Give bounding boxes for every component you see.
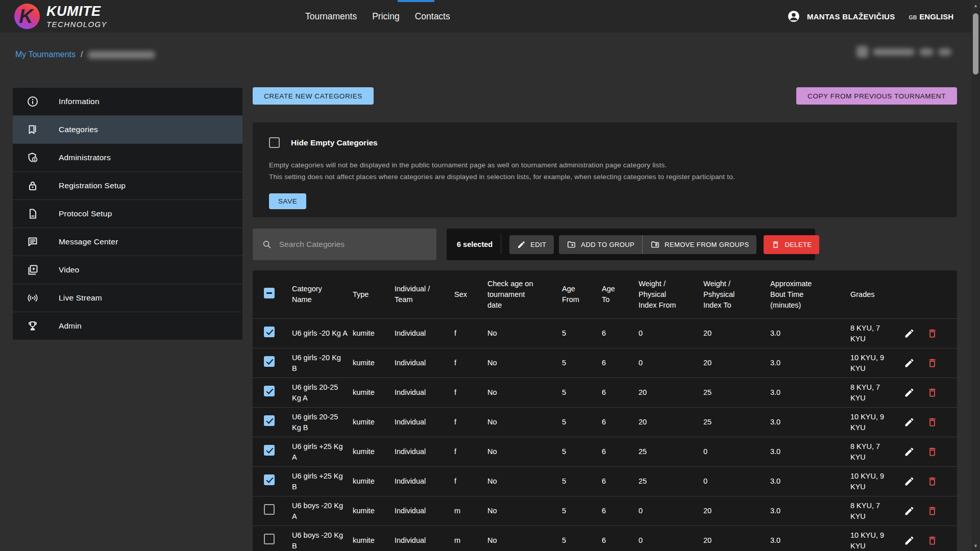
sidebar-item-protocol-setup[interactable]: Protocol Setup bbox=[13, 200, 242, 228]
delete-row-button[interactable] bbox=[927, 535, 938, 546]
breadcrumb-separator: / bbox=[81, 50, 83, 59]
pencil-icon bbox=[904, 387, 915, 398]
delete-row-button[interactable] bbox=[927, 328, 938, 339]
date-redacted bbox=[873, 48, 915, 56]
sidebar-item-information[interactable]: Information bbox=[13, 88, 242, 116]
cell-age-from: 5 bbox=[562, 476, 602, 487]
edit-row-button[interactable] bbox=[904, 358, 915, 368]
cell-age-to: 6 bbox=[602, 417, 639, 428]
delete-button[interactable]: DELETE bbox=[764, 235, 819, 254]
row-checkbox[interactable] bbox=[264, 356, 275, 367]
row-checkbox[interactable] bbox=[264, 415, 275, 426]
sidebar-item-live-stream[interactable]: Live Stream bbox=[13, 284, 242, 312]
row-checkbox[interactable] bbox=[264, 504, 275, 515]
cell-individual-team: Individual bbox=[395, 446, 454, 457]
delete-row-button[interactable] bbox=[927, 506, 938, 516]
breadcrumb: My Tournaments / bbox=[15, 50, 155, 59]
cell-age-from: 5 bbox=[562, 506, 602, 516]
cell-weight-from: 0 bbox=[639, 535, 703, 546]
categories-table: Category Name Type Individual / Team Sex… bbox=[253, 270, 957, 551]
cell-bout-time: 3.0 bbox=[770, 328, 850, 339]
edit-row-button[interactable] bbox=[904, 535, 915, 546]
search-input[interactable] bbox=[279, 240, 427, 249]
row-select-cell bbox=[253, 474, 292, 488]
language-code: GB bbox=[909, 14, 917, 20]
cell-weight-from: 0 bbox=[639, 506, 703, 516]
table-row: U6 girls 20-25 Kg B kumite Individual f … bbox=[253, 408, 957, 437]
delete-row-button[interactable] bbox=[927, 417, 938, 428]
row-checkbox[interactable] bbox=[264, 386, 275, 396]
cell-grades: 10 KYU, 9 KYU bbox=[850, 530, 904, 551]
scrollbar-down-arrow[interactable]: ▼ bbox=[971, 541, 980, 550]
trash-icon bbox=[927, 506, 938, 516]
cell-sex: f bbox=[454, 476, 487, 487]
edit-row-button[interactable] bbox=[904, 387, 915, 398]
cell-weight-to: 20 bbox=[703, 358, 770, 368]
setting-description-line1: Empty categories will not be displayed i… bbox=[269, 161, 667, 169]
cell-bout-time: 3.0 bbox=[770, 387, 850, 398]
administrators-icon bbox=[27, 152, 39, 164]
row-checkbox[interactable] bbox=[264, 327, 275, 337]
cell-weight-to: 0 bbox=[703, 446, 770, 457]
cell-grades: 10 KYU, 9 KYU bbox=[850, 412, 904, 433]
account-icon[interactable] bbox=[787, 10, 800, 23]
hide-empty-categories-checkbox[interactable] bbox=[269, 137, 280, 148]
cell-age-to: 6 bbox=[602, 506, 639, 516]
table-body: U6 girls -20 Kg A kumite Individual f No… bbox=[253, 319, 957, 551]
sidebar-item-admin[interactable]: Admin bbox=[13, 312, 242, 340]
delete-row-button[interactable] bbox=[927, 476, 938, 487]
cell-check-age: No bbox=[487, 417, 562, 428]
sidebar-item-administrators[interactable]: Administrators bbox=[13, 144, 242, 172]
save-button[interactable]: SAVE bbox=[269, 193, 306, 209]
breadcrumb-my-tournaments[interactable]: My Tournaments bbox=[15, 50, 76, 59]
language-switcher[interactable]: GB ENGLISH bbox=[909, 12, 953, 21]
cell-category-name: U6 boys -20 Kg A bbox=[292, 500, 353, 522]
pencil-icon bbox=[904, 358, 915, 368]
add-to-group-button[interactable]: ADD TO GROUP bbox=[559, 235, 642, 254]
edit-row-button[interactable] bbox=[904, 417, 915, 428]
delete-row-button[interactable] bbox=[927, 446, 938, 457]
edit-row-button[interactable] bbox=[904, 328, 915, 339]
selected-count: 6 selected bbox=[457, 240, 493, 248]
row-select-cell bbox=[253, 415, 292, 429]
cell-individual-team: Individual bbox=[395, 535, 454, 546]
delete-row-button[interactable] bbox=[927, 387, 938, 398]
user-name[interactable]: MANTAS BLAŽEVIČIUS bbox=[807, 12, 895, 21]
nav-tournaments[interactable]: Tournaments bbox=[305, 11, 357, 22]
edit-row-button[interactable] bbox=[904, 476, 915, 487]
folder-remove-icon bbox=[650, 240, 660, 249]
cell-weight-to: 20 bbox=[703, 328, 770, 339]
sidebar-item-categories[interactable]: Categories bbox=[13, 116, 242, 144]
edit-button[interactable]: EDIT bbox=[509, 235, 554, 254]
nav-pricing[interactable]: Pricing bbox=[372, 11, 400, 22]
row-checkbox[interactable] bbox=[264, 445, 275, 456]
scrollbar[interactable]: ▲ ▼ bbox=[971, 0, 980, 551]
sidebar-item-registration-setup[interactable]: Registration Setup bbox=[13, 172, 242, 200]
sidebar-item-message-center[interactable]: Message Center bbox=[13, 228, 242, 256]
scrollbar-thumb[interactable] bbox=[973, 13, 978, 74]
delete-row-button[interactable] bbox=[927, 358, 938, 368]
edit-row-button[interactable] bbox=[904, 506, 915, 516]
row-actions bbox=[904, 387, 957, 398]
calendar-icon bbox=[856, 46, 868, 58]
copy-from-previous-tournament-button[interactable]: COPY FROM PREVIOUS TOURNAMENT bbox=[796, 87, 957, 105]
select-all-checkbox[interactable] bbox=[264, 288, 275, 298]
sidebar-item-video[interactable]: Video bbox=[13, 256, 242, 284]
edit-row-button[interactable] bbox=[904, 446, 915, 457]
row-checkbox[interactable] bbox=[264, 534, 275, 544]
cell-individual-team: Individual bbox=[395, 328, 454, 339]
message-icon bbox=[27, 236, 39, 248]
table-row: U6 boys -20 Kg A kumite Individual m No … bbox=[253, 496, 957, 526]
brand-logo[interactable]: K KUMITE TECHNOLOGY bbox=[14, 4, 107, 29]
cell-check-age: No bbox=[487, 446, 562, 457]
cell-age-from: 5 bbox=[562, 446, 602, 457]
cell-age-to: 6 bbox=[602, 358, 639, 368]
cell-check-age: No bbox=[487, 476, 562, 487]
brand-logo-icon: K bbox=[14, 4, 40, 29]
nav-contacts[interactable]: Contacts bbox=[415, 11, 450, 22]
row-checkbox[interactable] bbox=[264, 474, 275, 485]
create-new-categories-button[interactable]: CREATE NEW CATEGORIES bbox=[253, 87, 374, 105]
remove-from-groups-button[interactable]: REMOVE FROM GROUPS bbox=[643, 235, 756, 254]
cell-age-to: 6 bbox=[602, 446, 639, 457]
scrollbar-up-arrow[interactable]: ▲ bbox=[971, 1, 980, 10]
